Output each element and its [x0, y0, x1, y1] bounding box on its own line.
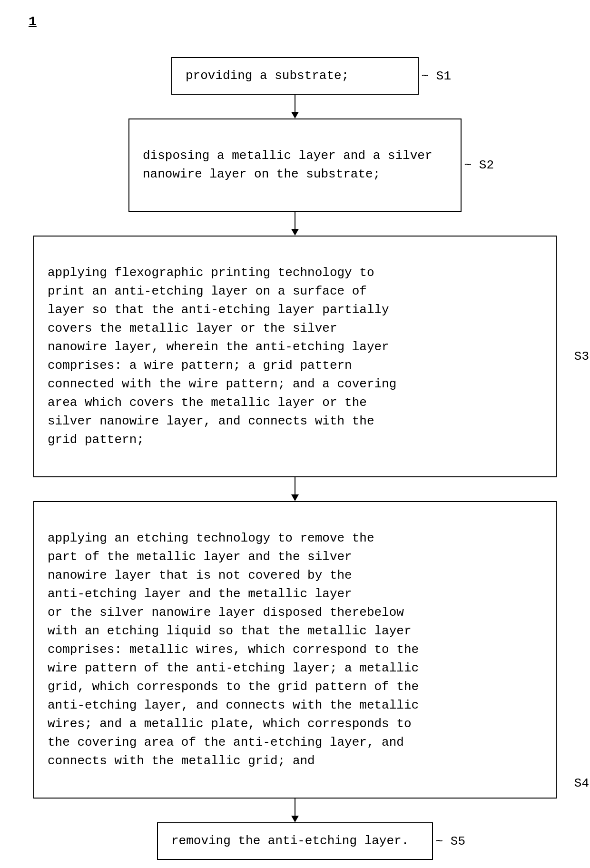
arrow-head-4 — [291, 816, 299, 822]
step-s2-text: disposing a metallic layer and a silver … — [143, 148, 433, 181]
figure-number: 1 — [29, 14, 37, 29]
step-s3-label: S3 — [574, 347, 589, 366]
arrow-3 — [291, 477, 299, 501]
arrow-4 — [291, 799, 299, 822]
step-s1-label: ~ S1 — [422, 67, 451, 85]
arrow-line-2 — [295, 212, 295, 229]
arrow-line-3 — [295, 477, 295, 494]
step-s2-label: ~ S2 — [464, 156, 494, 175]
arrow-2 — [291, 212, 299, 236]
arrow-head-1 — [291, 112, 299, 118]
step-s1-text: providing a substrate; — [186, 69, 349, 83]
step-s4-text: applying an etching technology to remove… — [48, 531, 419, 768]
step-s4-label: S4 — [574, 774, 589, 793]
arrow-line-1 — [295, 95, 295, 112]
step-s5-text: removing the anti-etching layer. — [171, 834, 409, 848]
step-s5-box: removing the anti-etching layer. ~ S5 — [157, 822, 433, 860]
arrow-1 — [291, 95, 299, 118]
arrow-head-3 — [291, 494, 299, 501]
arrow-head-2 — [291, 229, 299, 236]
step-s3-box: applying flexographic printing technolog… — [33, 236, 557, 477]
step-s5-label: ~ S5 — [436, 832, 465, 850]
step-s3-text: applying flexographic printing technolog… — [48, 266, 396, 447]
arrow-line-4 — [295, 799, 295, 816]
step-s2-box: disposing a metallic layer and a silver … — [128, 118, 462, 212]
step-s4-box: applying an etching technology to remove… — [33, 501, 557, 799]
flowchart: providing a substrate; ~ S1 disposing a … — [29, 19, 561, 868]
step-s1-box: providing a substrate; ~ S1 — [171, 57, 419, 95]
page-container: 1 providing a substrate; ~ S1 disposing … — [0, 0, 590, 868]
